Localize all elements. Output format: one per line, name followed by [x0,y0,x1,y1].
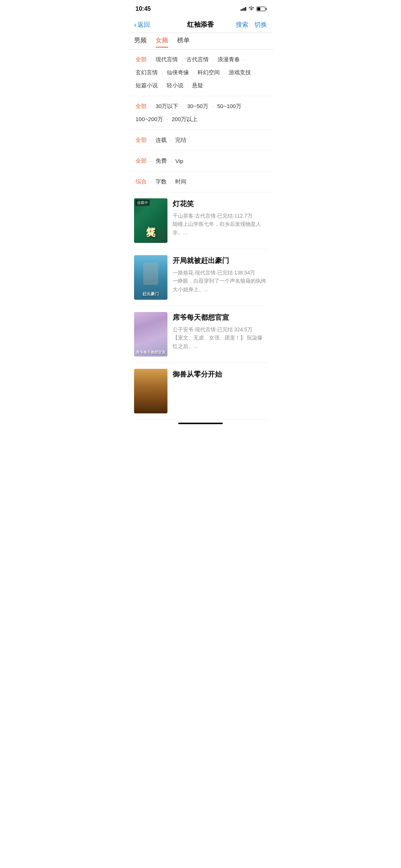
status-filter-section: 全部 · 连载 · 完结 [128,130,273,151]
book-info-4: 御兽从零分开始 [173,369,267,413]
filter-wc-30[interactable]: 30万以下 [154,102,180,111]
wordcount-filter-section: 全部 · 30万以下 · 30~50万 · 50~100万 · 100~200万… [128,96,273,130]
battery-icon [257,7,265,11]
filter-wc-all[interactable]: 全部 [134,102,148,111]
book-meta-2: 一路烦花·现代言情·已完结·138.54万 一睁眼，白葭穿到了一个声名狼藉的纨绔… [173,269,267,293]
tab-male[interactable]: 男频 [134,36,147,46]
signal-icon [241,7,246,11]
page-title: 红袖添香 [187,20,214,29]
genre-filter-row-3: 短篇小说 · 轻小说 · 悬疑 [134,79,267,92]
home-bar [178,423,223,424]
filter-sort-wordcount[interactable]: 字数 [154,178,168,186]
wordcount-filter-row-1: 全部 · 30万以下 · 30~50万 · 50~100万 · [134,100,267,113]
book-cover-3: 席爷每天都想官宣 [134,312,167,357]
filter-sort-time[interactable]: 时间 [174,178,188,186]
tab-bar: 男频 女频 榜单 [128,33,273,49]
filter-price-free[interactable]: 免费 [154,157,168,165]
book-info-2: 开局就被赶出豪门 一路烦花·现代言情·已完结·138.54万 一睁眼，白葭穿到了… [173,255,267,300]
book-item-2[interactable]: 赶出豪门 开局就被赶出豪门 一路烦花·现代言情·已完结·138.54万 一睁眼，… [134,249,267,306]
price-filter-section: 全部 · 免费 · Vip [128,151,273,172]
filter-status-ongoing[interactable]: 连载 [154,136,168,144]
book-cover-2: 赶出豪门 [134,255,167,300]
book-badge-1: 连载中 [136,200,150,206]
book-title-3: 席爷每天都想官宣 [173,313,267,322]
filter-sort-comprehensive[interactable]: 综合 [134,178,148,186]
back-button[interactable]: ‹ 返回 [134,20,150,29]
filter-genre-game[interactable]: 游戏竞技 [227,68,252,77]
genre-filter-section: 全部 · 现代言情 · 古代言情 · 浪漫青春 · 玄幻言情 · 仙侠奇缘 · … [128,49,273,96]
book-item-3[interactable]: 席爷每天都想官宣 席爷每天都想官宣 公子安爷·现代言情·已完结·324.5万 【… [134,306,267,363]
filter-wc-100200[interactable]: 100~200万 [134,115,164,124]
price-filter-row: 全部 · 免费 · Vip [134,155,267,168]
nav-actions: 搜索 切换 [236,20,267,29]
filter-wc-200[interactable]: 200万以上 [170,115,199,124]
filter-status-all[interactable]: 全部 [134,136,148,144]
filter-status-complete[interactable]: 完结 [174,136,188,144]
book-title-1: 灯花笑 [173,199,267,209]
switch-button[interactable]: 切换 [254,20,267,29]
filter-genre-scifi[interactable]: 科幻空间 [196,68,221,77]
book-meta-3: 公子安爷·现代言情·已完结·324.5万 【宠文、无虐、女强、团宠！】 阮柒爆红… [173,325,267,350]
filter-genre-mystery[interactable]: 悬疑 [190,81,205,90]
filter-genre-light[interactable]: 轻小说 [165,81,185,90]
book-info-3: 席爷每天都想官宣 公子安爷·现代言情·已完结·324.5万 【宠文、无虐、女强、… [173,312,267,357]
filter-genre-xianxia[interactable]: 仙侠奇缘 [165,68,190,77]
book-title-2: 开局就被赶出豪门 [173,256,267,266]
book-item-4[interactable]: 御兽从零分开始 [134,363,267,420]
book-meta-1: 千山茶客·古代言情·已完结·112.7万 陆瞳上山学医七年，归乡后发现物是人非。… [173,212,267,237]
genre-filter-row-1: 全部 · 现代言情 · 古代言情 · 浪漫青春 · [134,53,267,66]
book-item-1[interactable]: 连载中 灯花笑 千山茶客·古代言情·已完结·112.7万 陆瞳上山学医七年，归乡… [134,192,267,249]
back-chevron-icon: ‹ [134,21,137,28]
search-button[interactable]: 搜索 [236,20,248,29]
tab-rank[interactable]: 榜单 [177,36,190,46]
wifi-icon [248,6,254,12]
filter-genre-short[interactable]: 短篇小说 [134,81,159,90]
book-title-4: 御兽从零分开始 [173,370,267,379]
filter-genre-romance[interactable]: 浪漫青春 [216,55,241,64]
status-filter-row: 全部 · 连载 · 完结 [134,134,267,147]
home-indicator [128,420,273,426]
book-cover-1: 连载中 [134,198,167,243]
filter-genre-ancient[interactable]: 古代言情 [185,55,210,64]
book-list: 连载中 灯花笑 千山茶客·古代言情·已完结·112.7万 陆瞳上山学医七年，归乡… [128,192,273,420]
sort-filter-row: 综合 · 字数 · 时间 [134,175,267,188]
filter-price-vip[interactable]: Vip [174,157,185,165]
filter-genre-all[interactable]: 全部 [134,55,148,64]
status-icons [241,6,265,12]
sort-filter-section: 综合 · 字数 · 时间 [128,172,273,192]
back-label: 返回 [137,20,150,29]
status-time: 10:45 [136,6,151,12]
filter-price-all[interactable]: 全部 [134,157,148,165]
tab-female[interactable]: 女频 [156,36,168,46]
nav-bar: ‹ 返回 红袖添香 搜索 切换 [128,16,273,33]
wordcount-filter-row-2: 100~200万 · 200万以上 [134,113,267,126]
book-cover-4 [134,369,167,413]
filter-genre-fantasy[interactable]: 玄幻言情 [134,68,159,77]
filter-genre-modern[interactable]: 现代言情 [154,55,179,64]
status-bar: 10:45 [128,0,273,16]
filter-wc-3050[interactable]: 30~50万 [186,102,210,111]
genre-filter-row-2: 玄幻言情 · 仙侠奇缘 · 科幻空间 · 游戏竞技 · [134,66,267,79]
book-info-1: 灯花笑 千山茶客·古代言情·已完结·112.7万 陆瞳上山学医七年，归乡后发现物… [173,198,267,243]
filter-wc-50100[interactable]: 50~100万 [216,102,243,111]
